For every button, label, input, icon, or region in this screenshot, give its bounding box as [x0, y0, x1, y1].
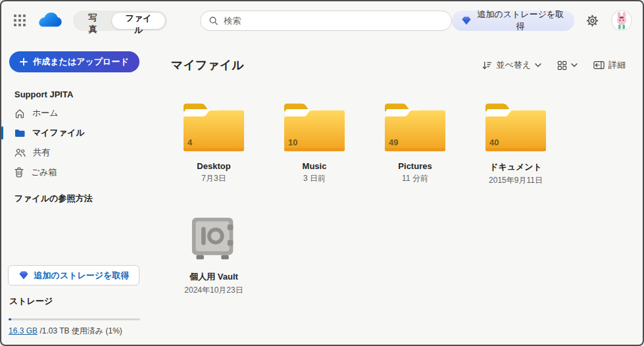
get-storage-button[interactable]: 追加のストレージを取得 — [8, 265, 139, 285]
folder-icon: 4 — [182, 103, 245, 153]
folder-date: 11 分前 — [402, 173, 428, 184]
folder-tile-music[interactable]: 10 Music 3 日前 — [274, 103, 355, 186]
svg-text:10: 10 — [288, 137, 297, 147]
main-header: マイファイル 並べ替え — [171, 57, 627, 74]
search-box — [200, 11, 452, 31]
svg-text:4: 4 — [187, 137, 193, 147]
get-storage-label: 追加のストレージを取得 — [34, 270, 130, 282]
sidebar: 作成またはアップロード Support JPITA ホーム — [1, 39, 159, 345]
folder-icon: 49 — [384, 103, 447, 153]
grid-view-icon — [557, 61, 567, 70]
people-icon — [14, 148, 26, 157]
storage-usage-rest: /1.03 TB 使用済み (1%) — [39, 326, 122, 335]
folder-name: Music — [303, 161, 327, 171]
storage-progress-fill — [9, 318, 11, 320]
storage-progress-bar — [9, 318, 140, 320]
tab-photos[interactable]: 写真 — [74, 12, 111, 30]
vault-name: 個人用 Vault — [189, 271, 238, 283]
folder-name: Desktop — [197, 161, 230, 171]
folder-icon: 40 — [484, 103, 547, 153]
sort-button[interactable]: 並べ替え — [481, 57, 543, 74]
chevron-down-icon — [535, 63, 541, 67]
folder-tile-pictures[interactable]: 49 Pictures 11 分前 — [375, 103, 455, 186]
browse-files-heading: ファイルの参照方法 — [14, 193, 159, 205]
storage-usage-text: 16.3 GB /1.03 TB 使用済み (1%) — [9, 326, 147, 337]
search-input[interactable] — [224, 16, 443, 26]
folder-tile-documents[interactable]: 40 ドキュメント 2015年9月11日 — [476, 103, 556, 186]
sidebar-bottom: 追加のストレージを取得 ストレージ 16.3 GB /1.03 TB 使用済み … — [8, 265, 147, 338]
main-content: マイファイル 並べ替え — [159, 39, 643, 345]
onedrive-logo-icon[interactable] — [37, 12, 64, 30]
view-options-button[interactable] — [556, 58, 579, 73]
gear-icon — [586, 14, 599, 27]
create-or-upload-button[interactable]: 作成またはアップロード — [9, 51, 139, 72]
personal-vault-tile[interactable]: 個人用 Vault 2024年10月23日 — [174, 216, 254, 296]
folder-date: 3 日前 — [303, 173, 326, 184]
top-bar: 写真 ファイル 追加のストレージを取得 — [1, 1, 643, 39]
tab-files[interactable]: ファイル — [111, 12, 166, 30]
vault-row: 個人用 Vault 2024年10月23日 — [174, 216, 627, 296]
sidebar-item-label: 共有 — [33, 147, 50, 159]
folder-tile-desktop[interactable]: 4 Desktop 7月3日 — [174, 103, 254, 186]
folder-filled-icon — [14, 129, 25, 137]
folder-grid: 4 Desktop 7月3日 10 — [174, 103, 627, 186]
search-icon — [209, 16, 218, 26]
trash-icon — [14, 167, 24, 178]
details-label: 詳細 — [608, 59, 626, 71]
vault-safe-icon — [189, 216, 239, 262]
diamond-icon — [18, 270, 29, 280]
sidebar-item-label: ごみ箱 — [31, 166, 57, 178]
settings-button[interactable] — [583, 11, 602, 30]
folder-name: ドキュメント — [489, 161, 542, 173]
home-icon — [14, 109, 25, 118]
sidebar-item-shared[interactable]: 共有 — [1, 143, 159, 162]
user-avatar[interactable] — [611, 10, 632, 31]
account-name: Support JPITA — [14, 89, 159, 99]
sort-icon — [482, 61, 492, 70]
sidebar-item-label: マイファイル — [32, 127, 85, 139]
get-storage-pill-label: 追加のストレージを取得 — [476, 9, 565, 32]
storage-heading: ストレージ — [9, 295, 147, 307]
folder-date: 2015年9月11日 — [489, 175, 543, 186]
details-button[interactable]: 詳細 — [592, 57, 627, 74]
folder-icon: 10 — [283, 103, 346, 153]
storage-used-link[interactable]: 16.3 GB — [9, 326, 37, 335]
sidebar-item-recycle-bin[interactable]: ごみ箱 — [1, 162, 159, 182]
create-or-upload-label: 作成またはアップロード — [33, 56, 128, 68]
sort-label: 並べ替え — [496, 59, 531, 71]
sidebar-item-home[interactable]: ホーム — [1, 103, 159, 123]
sidebar-nav: ホーム マイファイル — [1, 103, 159, 182]
folder-date: 7月3日 — [201, 173, 226, 184]
sidebar-item-my-files[interactable]: マイファイル — [1, 123, 159, 143]
view-toolbar: 並べ替え — [481, 57, 627, 74]
details-pane-icon — [593, 61, 605, 70]
page-title: マイファイル — [171, 57, 244, 73]
vault-date: 2024年10月23日 — [184, 285, 243, 296]
photos-files-toggle: 写真 ファイル — [73, 11, 167, 31]
get-storage-pill-button[interactable]: 追加のストレージを取得 — [452, 11, 574, 31]
sidebar-item-label: ホーム — [32, 107, 59, 119]
onedrive-window: 写真 ファイル 追加のストレージを取得 — [0, 0, 644, 346]
folder-name: Pictures — [398, 161, 432, 171]
svg-text:40: 40 — [489, 137, 499, 147]
diamond-icon — [461, 16, 472, 26]
app-launcher-icon[interactable] — [12, 12, 28, 29]
top-right-actions: 追加のストレージを取得 — [452, 10, 632, 31]
chevron-down-icon — [571, 63, 578, 67]
plus-icon — [20, 58, 28, 66]
svg-text:49: 49 — [389, 137, 398, 147]
